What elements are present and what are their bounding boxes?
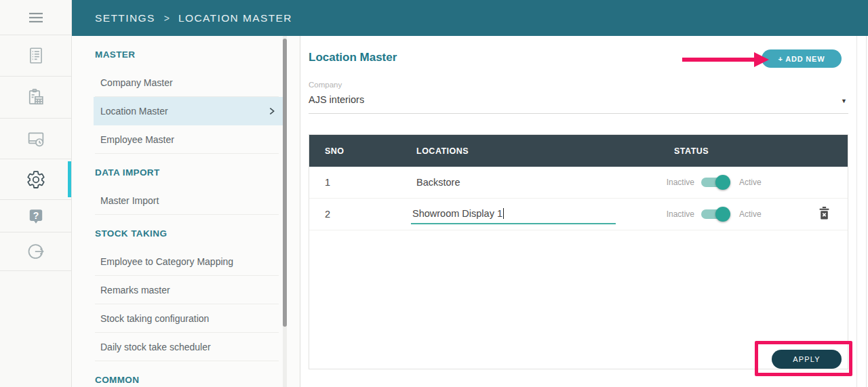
sidebar-scrollbar-track xyxy=(283,36,287,387)
sidebar-menu: MASTER Company Master Location Master Em… xyxy=(72,36,300,387)
content-edge-line xyxy=(866,36,867,387)
annotation-arrow-line xyxy=(682,58,754,62)
section-title-master: MASTER xyxy=(72,36,300,68)
annotation-arrow-head xyxy=(754,52,769,67)
nav-settings-button[interactable] xyxy=(0,159,71,200)
add-new-button[interactable]: + ADD NEW xyxy=(762,49,842,68)
breadcrumb-location-master[interactable]: LOCATION MASTER xyxy=(178,12,292,24)
toggle-active-label: Active xyxy=(739,178,762,187)
cell-status: Inactive Active xyxy=(648,178,848,187)
nav-history-button[interactable] xyxy=(0,119,71,159)
status-toggle[interactable] xyxy=(701,178,728,187)
active-nav-indicator xyxy=(68,161,71,197)
section-title-common: COMMON xyxy=(72,361,300,387)
text-cursor xyxy=(503,208,504,219)
company-field-label: Company xyxy=(309,81,342,89)
sidebar-item-master-import[interactable]: Master Import xyxy=(94,186,285,215)
column-header-status: STATUS xyxy=(648,146,848,156)
main-content: Location Master + ADD NEW Company AJS in… xyxy=(300,36,857,387)
company-select-underline xyxy=(309,113,848,114)
toggle-inactive-label: Inactive xyxy=(648,178,694,187)
sidebar-item-location-master[interactable]: Location Master xyxy=(94,97,285,125)
status-toggle[interactable] xyxy=(701,209,728,219)
cell-sno: 1 xyxy=(309,177,401,188)
help-icon: ? xyxy=(27,207,45,225)
column-header-sno: SNO xyxy=(309,146,401,156)
toggle-inactive-label: Inactive xyxy=(648,209,694,219)
svg-text:?: ? xyxy=(33,209,39,220)
sidebar-item-employee-master[interactable]: Employee Master xyxy=(94,125,285,154)
breadcrumb-separator-icon: > xyxy=(164,13,170,24)
report-icon xyxy=(26,46,45,65)
nav-report-button[interactable] xyxy=(0,35,71,77)
sidebar-item-stock-taking-configuration[interactable]: Stock taking configuration xyxy=(94,304,285,333)
hamburger-menu-button[interactable] xyxy=(0,0,71,35)
cell-location: Backstore xyxy=(401,177,648,188)
dropdown-caret-icon[interactable]: ▼ xyxy=(841,98,847,104)
toggle-knob xyxy=(715,207,730,222)
location-input[interactable]: Showroom Display 1 xyxy=(411,204,616,224)
delete-row-button[interactable] xyxy=(817,205,831,223)
settings-gear-icon xyxy=(26,169,46,190)
breadcrumb-settings[interactable]: SETTINGS xyxy=(95,12,155,24)
top-header-bar: SETTINGS > LOCATION MASTER xyxy=(72,0,868,36)
delete-trash-icon xyxy=(818,207,830,220)
clipboard-calendar-icon xyxy=(26,87,46,108)
apply-button[interactable]: APPLY xyxy=(772,350,842,369)
logout-icon xyxy=(26,242,45,261)
toggle-active-label: Active xyxy=(739,209,762,219)
table-header-row: SNO LOCATIONS STATUS xyxy=(309,135,848,167)
company-select-value[interactable]: AJS interiors xyxy=(309,94,364,105)
nav-stock-plan-button[interactable] xyxy=(0,77,71,119)
table-row: 1 Backstore Inactive Active xyxy=(309,167,848,199)
toggle-knob xyxy=(715,175,730,190)
nav-help-button[interactable]: ? xyxy=(0,200,71,232)
icon-rail: ? xyxy=(0,0,72,387)
chevron-right-icon xyxy=(267,106,277,117)
section-title-stock-taking: STOCK TAKING xyxy=(72,215,300,247)
locations-table-panel: SNO LOCATIONS STATUS 1 Backstore Inactiv… xyxy=(309,134,848,369)
hamburger-icon xyxy=(28,12,43,23)
section-title-data-import: DATA IMPORT xyxy=(72,154,300,186)
window-clock-icon xyxy=(26,129,46,148)
column-header-locations: LOCATIONS xyxy=(401,146,648,156)
cell-sno: 2 xyxy=(309,209,401,220)
table-row: 2 Showroom Display 1 Inactive Active xyxy=(309,199,848,230)
page-title: Location Master xyxy=(309,51,397,64)
sidebar-item-company-master[interactable]: Company Master xyxy=(94,68,285,97)
sidebar-scrollbar-thumb[interactable] xyxy=(283,39,287,327)
sidebar-item-employee-category-mapping[interactable]: Employee to Category Mapping xyxy=(94,247,285,276)
sidebar-item-daily-stock-take-scheduler[interactable]: Daily stock take scheduler xyxy=(94,333,285,361)
nav-logout-button[interactable] xyxy=(0,232,71,271)
sidebar-item-remarks-master[interactable]: Remarks master xyxy=(94,276,285,304)
